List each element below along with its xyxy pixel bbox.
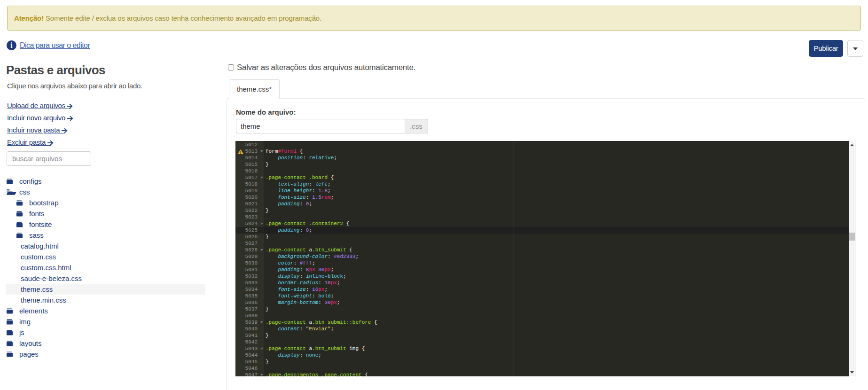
svg-text:i: i — [10, 41, 13, 49]
